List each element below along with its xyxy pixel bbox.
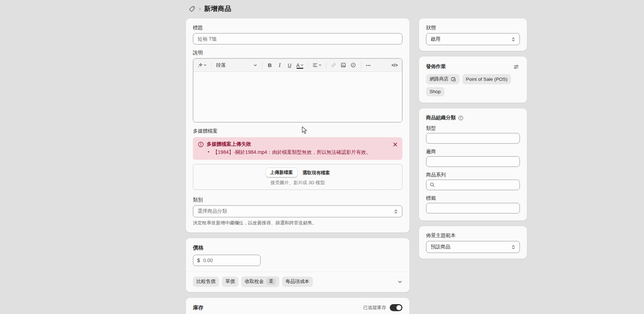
status-select[interactable]: 啟用: [426, 33, 520, 45]
info-icon[interactable]: [458, 115, 463, 121]
channel-pos-badge: Point of Sale (POS): [462, 74, 511, 84]
select-existing-file-button[interactable]: 選取現有檔案: [303, 170, 330, 176]
description-textarea[interactable]: [193, 72, 402, 122]
image-icon: [341, 62, 346, 68]
media-error-banner: 多媒體檔案上傳失敗 • 【1984】-關於1984.mp4：由於檔案類型無效，所…: [193, 137, 402, 160]
products-tag-icon[interactable]: [188, 5, 196, 13]
theme-template-card: 佈景主題範本 預設商品: [419, 226, 527, 259]
product-form-card: 標題 說明 段落 B I U: [186, 18, 409, 233]
media-label: 多媒體檔案: [193, 128, 402, 134]
insert-image-button[interactable]: [339, 60, 348, 70]
breadcrumb: › 新增商品: [188, 4, 231, 13]
inventory-tracked-label: 已追蹤庫存: [363, 304, 386, 311]
price-card: 價格 $ 比較售價 單價 收取稅金 是 每品項成本: [186, 238, 409, 292]
chevron-down-icon: [254, 64, 257, 67]
cost-per-item-pill[interactable]: 每品項成本: [282, 277, 313, 287]
breadcrumb-separator: ›: [199, 6, 201, 12]
vendor-label: 廠商: [426, 149, 520, 155]
price-options-row: 比較售價 單價 收取稅金 是 每品項成本: [186, 272, 409, 292]
publishing-card: 發佈作業 網路商店 Point of Sale (P: [419, 56, 527, 103]
upload-new-file-button[interactable]: 上傳新檔案: [266, 168, 298, 178]
unit-price-pill[interactable]: 單價: [222, 277, 238, 287]
type-input[interactable]: [426, 133, 520, 144]
main-column: 標題 說明 段落 B I U: [186, 18, 409, 314]
channel-shop-badge: Shop: [426, 87, 444, 96]
collections-search-input[interactable]: [426, 180, 520, 190]
pill-label: 單價: [225, 278, 235, 285]
toggle-knob: [396, 305, 401, 310]
title-input[interactable]: [193, 33, 402, 44]
channel-label: Point of Sale (POS): [466, 77, 508, 82]
warning-circle-icon: [198, 141, 204, 147]
pill-label: 比較售價: [196, 278, 215, 285]
play-circle-icon: [351, 62, 356, 68]
price-input[interactable]: [193, 255, 261, 266]
pill-label: 收取稅金: [245, 278, 264, 285]
organization-card: 商品組織分類 類型 廠商 商品系列: [419, 108, 527, 221]
sidebar: 狀態 啟用 發佈作業 網路商店: [419, 18, 527, 264]
pill-label: 每品項成本: [286, 278, 310, 285]
inventory-title: 庫存: [193, 304, 203, 311]
align-left-icon: [312, 63, 318, 67]
chevron-down-icon: [300, 64, 304, 67]
channel-online-store-badge: 網路商店: [426, 74, 460, 84]
category-select[interactable]: 選擇商品分類: [193, 205, 402, 217]
category-help-text: 決定稅率並新增中繼欄位，以改善搜尋、篩選和跨管道銷售。: [193, 220, 402, 226]
paragraph-style-dropdown[interactable]: 段落: [214, 60, 259, 70]
price-title: 價格: [193, 244, 402, 251]
vendor-input[interactable]: [426, 156, 520, 167]
publishing-title: 發佈作業: [426, 64, 446, 70]
type-label: 類型: [426, 125, 520, 132]
select-chevrons-icon: [394, 209, 398, 214]
status-value: 啟用: [431, 36, 511, 42]
theme-template-select[interactable]: 預設商品: [426, 241, 520, 253]
text-color-glyph: A: [296, 62, 300, 68]
text-color-button[interactable]: A: [295, 60, 305, 70]
color-bar: [297, 68, 303, 69]
alignment-button[interactable]: [311, 60, 323, 70]
media-error-detail: 【1984】-關於1984.mp4：由於檔案類型無效，所以無法確認影片有效。: [213, 149, 371, 156]
link-icon: [331, 62, 336, 68]
more-options-button[interactable]: •••: [364, 60, 373, 70]
select-chevrons-icon: [511, 244, 515, 250]
italic-button[interactable]: I: [275, 60, 284, 70]
tags-input[interactable]: [426, 203, 520, 213]
select-chevrons-icon: [511, 37, 515, 42]
code-view-button[interactable]: </>: [390, 60, 399, 70]
charge-tax-value: 是: [266, 278, 276, 285]
inventory-tracked-toggle[interactable]: [390, 304, 402, 311]
search-icon: [430, 182, 435, 189]
status-card: 狀態 啟用: [419, 18, 527, 51]
close-icon[interactable]: [392, 141, 398, 147]
description-label: 說明: [193, 50, 402, 56]
editor-toolbar: 段落 B I U A: [193, 59, 402, 72]
media-dropzone[interactable]: 上傳新檔案 選取現有檔案 接受圖片、影片或 3D 模型: [193, 164, 402, 190]
collapse-chevron-icon[interactable]: [397, 279, 402, 284]
ai-sparkle-button[interactable]: [196, 60, 208, 70]
compare-at-price-pill[interactable]: 比較售價: [193, 277, 219, 287]
title-label: 標題: [193, 25, 402, 31]
paragraph-style-label: 段落: [216, 62, 226, 68]
inventory-card: 庫存 已追蹤庫存: [186, 298, 409, 314]
theme-template-label: 佈景主題範本: [426, 233, 520, 239]
category-placeholder: 選擇商品分類: [198, 208, 394, 215]
page-title: 新增商品: [204, 4, 231, 13]
charge-tax-pill[interactable]: 收取稅金 是: [241, 276, 279, 287]
organization-title: 商品組織分類: [426, 115, 456, 121]
channel-label: 網路商店: [430, 76, 449, 82]
insert-video-button[interactable]: [349, 60, 358, 70]
link-button[interactable]: [329, 60, 338, 70]
tags-label: 標籤: [426, 195, 520, 201]
currency-prefix: $: [197, 258, 200, 263]
bold-button[interactable]: B: [265, 60, 274, 70]
chevron-down-icon: [318, 64, 322, 67]
calendar-clock-icon: [451, 77, 456, 82]
publishing-settings-icon[interactable]: [512, 63, 520, 71]
underline-button[interactable]: U: [285, 60, 294, 70]
sparkle-icon: [198, 62, 203, 68]
theme-template-value: 預設商品: [431, 244, 511, 250]
category-label: 類別: [193, 197, 402, 203]
media-error-title: 多媒體檔案上傳失敗: [207, 141, 251, 147]
chevron-down-icon: [203, 64, 207, 67]
collections-label: 商品系列: [426, 172, 520, 178]
